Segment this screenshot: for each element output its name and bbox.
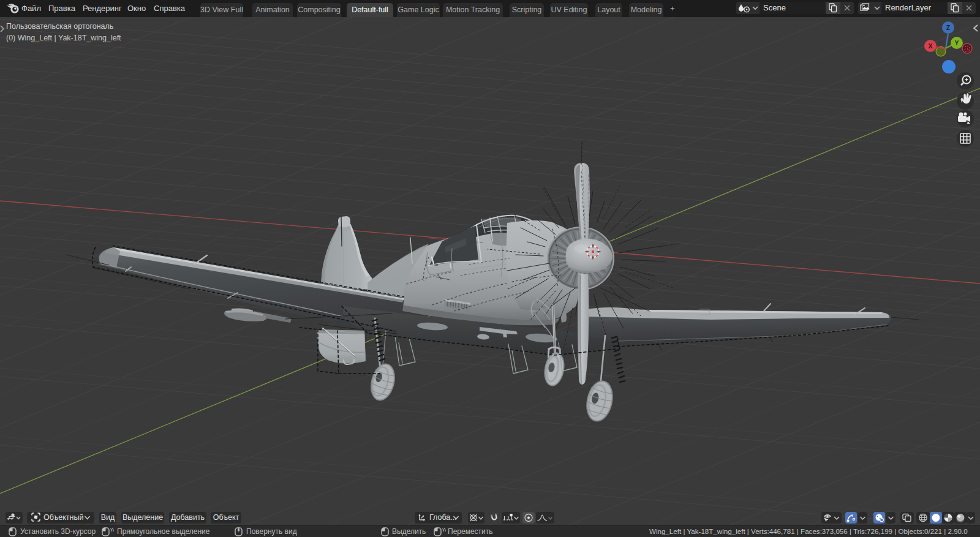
svg-text:Z: Z bbox=[946, 24, 951, 31]
svg-text:X: X bbox=[928, 42, 932, 50]
svg-text:Y: Y bbox=[954, 39, 959, 47]
